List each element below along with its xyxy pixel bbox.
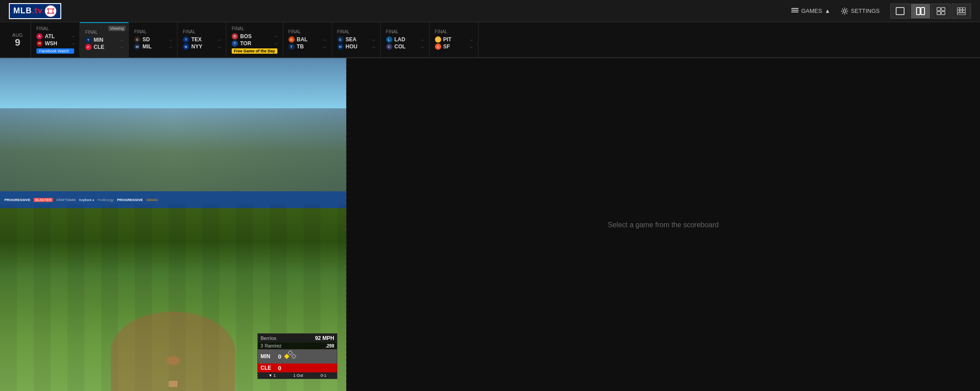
bal-logo: B bbox=[288, 36, 295, 43]
svg-rect-7 bbox=[921, 8, 925, 15]
games-icon bbox=[791, 8, 798, 14]
svg-rect-5 bbox=[896, 8, 904, 15]
viewing-badge: Viewing bbox=[108, 26, 126, 31]
team-atl: A ATL bbox=[36, 33, 55, 39]
team-nyy: N NYY bbox=[183, 43, 202, 50]
game-bos-tor-away: B BOS – bbox=[232, 33, 277, 39]
main-content: PROGRESSIVE BLASTER CRAFTSMAN KeyBank ♦ … bbox=[0, 58, 980, 391]
sf-abbr: SF bbox=[443, 43, 450, 50]
view-quad-button[interactable] bbox=[931, 4, 951, 19]
svg-point-0 bbox=[45, 5, 56, 17]
sf-logo: S bbox=[435, 43, 441, 50]
wsh-abbr: WSH bbox=[45, 40, 57, 47]
tex-abbr: TEX bbox=[191, 36, 202, 43]
game-sd-mil-home: M MIL – bbox=[134, 43, 172, 50]
hou-logo: H bbox=[337, 43, 344, 50]
lad-abbr: LAD bbox=[395, 36, 406, 43]
base-first bbox=[291, 354, 296, 359]
svg-rect-17 bbox=[963, 10, 965, 12]
game-min-cle-away: T MIN – bbox=[85, 37, 123, 43]
svg-rect-13 bbox=[960, 8, 962, 10]
team-bos: B BOS bbox=[232, 33, 252, 39]
game-atl-wsh-status: Final bbox=[36, 26, 74, 31]
view-multi-button[interactable] bbox=[952, 4, 971, 19]
team-sf: S SF bbox=[435, 43, 450, 50]
game-bal-tb-home: T TB – bbox=[288, 43, 326, 50]
team-col: C COL bbox=[386, 43, 406, 50]
batter-number: 3 bbox=[261, 344, 263, 348]
svg-rect-10 bbox=[937, 12, 940, 15]
game-tex-nyy-home: N NYY – bbox=[183, 43, 221, 50]
col-abbr: COL bbox=[395, 43, 406, 50]
atl-logo: A bbox=[36, 33, 43, 39]
right-panel: Select a game from the scoreboard bbox=[347, 58, 980, 391]
batter-name: Ramírez bbox=[265, 344, 282, 348]
game-min-cle-home: P CLE – bbox=[85, 44, 123, 50]
scorebox-teams: MIN 0 CLE 0 bbox=[258, 349, 337, 372]
game-pit-sf[interactable]: Final P PIT – S SF – bbox=[430, 22, 478, 57]
logo-tv: .tv bbox=[32, 6, 43, 15]
game-bal-tb-away: B BAL – bbox=[288, 36, 326, 43]
bos-logo: B bbox=[232, 33, 238, 39]
game-atl-wsh[interactable]: Final A ATL – W WSH – Facebook Watch bbox=[31, 22, 80, 57]
svg-rect-3 bbox=[791, 12, 798, 12]
min-abbr: MIN bbox=[94, 37, 103, 43]
select-game-message: Select a game from the scoreboard bbox=[608, 221, 719, 229]
base-second bbox=[288, 350, 292, 355]
game-atl-wsh-away: A ATL – bbox=[36, 33, 74, 39]
away-score: 0 bbox=[275, 353, 284, 360]
svg-rect-18 bbox=[957, 13, 965, 15]
team-min: T MIN bbox=[85, 37, 103, 43]
view-double-button[interactable] bbox=[911, 4, 930, 19]
video-panel[interactable]: PROGRESSIVE BLASTER CRAFTSMAN KeyBank ♦ … bbox=[0, 58, 346, 391]
game-tex-nyy[interactable]: Final T TEX – N NYY – bbox=[178, 22, 226, 57]
scorebox-away-row: MIN 0 bbox=[258, 349, 337, 363]
game-pit-sf-status: Final bbox=[435, 29, 473, 34]
team-cle: P CLE bbox=[85, 44, 104, 50]
pit-logo: P bbox=[435, 36, 441, 43]
tb-abbr: TB bbox=[297, 43, 304, 50]
team-lad: L LAD bbox=[386, 36, 406, 43]
svg-rect-16 bbox=[960, 10, 962, 12]
nyy-logo: N bbox=[183, 43, 189, 50]
game-bos-tor[interactable]: Final B BOS – T TOR – Free Game of the D… bbox=[226, 22, 283, 57]
batter-avg: .298 bbox=[326, 344, 334, 348]
scorebox-home-row: CLE 0 bbox=[258, 363, 337, 372]
inning-info: ▼ 1 bbox=[269, 373, 276, 378]
pit-abbr: PIT bbox=[443, 36, 452, 43]
game-sd-mil[interactable]: Final S SD – M MIL – bbox=[129, 22, 178, 57]
game-min-cle[interactable]: Final Viewing T MIN – P CLE – bbox=[80, 22, 129, 57]
team-mil: M MIL bbox=[134, 43, 152, 50]
sea-logo: S bbox=[337, 36, 344, 43]
bases-diamond bbox=[284, 350, 296, 363]
game-atl-wsh-home: W WSH – bbox=[36, 40, 74, 47]
view-single-button[interactable] bbox=[890, 4, 910, 19]
game-sea-hou[interactable]: Final S SEA – H HOU – bbox=[332, 22, 381, 57]
team-tor: T TOR bbox=[232, 40, 251, 47]
team-bal: B BAL bbox=[288, 36, 308, 43]
svg-rect-6 bbox=[917, 8, 920, 15]
logo-text: MLB.tv bbox=[13, 6, 43, 16]
wsh-logo: W bbox=[36, 40, 43, 47]
game-lad-col[interactable]: Final L LAD – C COL – bbox=[381, 22, 430, 57]
nyy-abbr: NYY bbox=[191, 43, 202, 50]
pitcher-name: Berríos bbox=[261, 336, 276, 341]
svg-point-4 bbox=[843, 10, 846, 12]
game-bal-tb[interactable]: Final B BAL – T TB – bbox=[283, 22, 332, 57]
cle-logo: P bbox=[85, 44, 91, 50]
games-button[interactable]: GAMES ▲ bbox=[791, 8, 830, 14]
mil-logo: M bbox=[134, 43, 140, 50]
team-hou: H HOU bbox=[337, 43, 358, 50]
scorebox-batter-row: 3 Ramírez .298 bbox=[258, 343, 337, 349]
game-sea-hou-status: Final bbox=[337, 29, 375, 34]
sea-abbr: SEA bbox=[346, 36, 357, 43]
sd-abbr: SD bbox=[142, 36, 150, 43]
logo-area: MLB.tv bbox=[9, 3, 61, 19]
header: MLB.tv GAMES ▲ bbox=[0, 0, 980, 22]
team-sea: S SEA bbox=[337, 36, 357, 43]
settings-label: SETTINGS bbox=[851, 8, 880, 14]
tor-abbr: TOR bbox=[240, 40, 251, 47]
team-tb: T TB bbox=[288, 43, 304, 50]
svg-rect-8 bbox=[937, 8, 940, 11]
settings-button[interactable]: SETTINGS bbox=[841, 8, 880, 15]
